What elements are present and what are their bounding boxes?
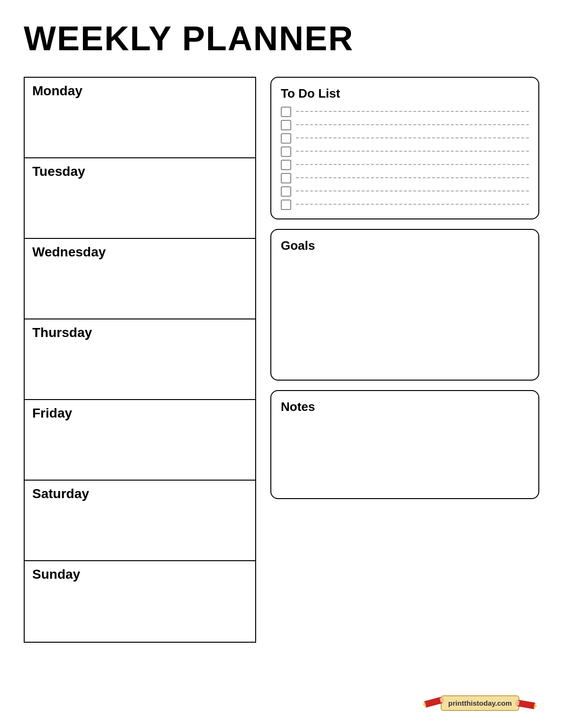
todo-checkbox-6[interactable] <box>281 173 291 183</box>
todo-line-1 <box>296 111 529 112</box>
todo-line-3 <box>296 137 529 138</box>
footer-badge: printthistoday.com <box>441 695 519 711</box>
todo-line-5 <box>296 164 529 165</box>
right-column: To Do List <box>270 77 539 499</box>
todo-item <box>281 200 529 210</box>
day-label-thursday: Thursday <box>32 325 92 340</box>
todo-title: To Do List <box>281 86 529 101</box>
main-layout: Monday Tuesday Wednesday Thursday Friday… <box>24 77 539 643</box>
todo-item <box>281 160 529 170</box>
todo-checkbox-3[interactable] <box>281 133 291 144</box>
todo-item <box>281 120 529 130</box>
todo-items <box>281 107 529 210</box>
todo-checkbox-5[interactable] <box>281 160 291 170</box>
todo-line-2 <box>296 124 529 125</box>
svg-rect-5 <box>515 700 520 705</box>
day-label-tuesday: Tuesday <box>32 164 85 179</box>
todo-line-8 <box>296 204 529 205</box>
todo-checkbox-1[interactable] <box>281 107 291 117</box>
day-label-wednesday: Wednesday <box>32 245 106 259</box>
svg-rect-3 <box>517 700 536 709</box>
todo-item <box>281 186 529 197</box>
day-saturday: Saturday <box>25 481 255 561</box>
todo-item <box>281 173 529 183</box>
day-friday: Friday <box>25 400 255 481</box>
goals-title: Goals <box>281 238 529 253</box>
todo-checkbox-2[interactable] <box>281 120 291 130</box>
todo-line-7 <box>296 191 529 191</box>
todo-checkbox-7[interactable] <box>281 186 291 197</box>
footer-area: printthistoday.com <box>418 695 542 711</box>
notes-title: Notes <box>281 400 529 414</box>
days-column: Monday Tuesday Wednesday Thursday Friday… <box>24 77 256 643</box>
todo-item <box>281 146 529 157</box>
day-label-sunday: Sunday <box>32 567 80 582</box>
page-title: Weekly Planner <box>24 19 539 58</box>
todo-line-6 <box>296 177 529 178</box>
todo-checkbox-4[interactable] <box>281 146 291 157</box>
day-wednesday: Wednesday <box>25 239 255 319</box>
todo-item <box>281 133 529 144</box>
day-monday: Monday <box>25 78 255 158</box>
notes-box: Notes <box>270 390 539 499</box>
day-thursday: Thursday <box>25 319 255 400</box>
todo-line-4 <box>296 151 529 152</box>
todo-checkbox-8[interactable] <box>281 200 291 210</box>
day-sunday: Sunday <box>25 561 255 642</box>
goals-box: Goals <box>270 229 539 381</box>
todo-box: To Do List <box>270 77 539 219</box>
day-label-saturday: Saturday <box>32 486 89 501</box>
day-tuesday: Tuesday <box>25 158 255 239</box>
todo-item <box>281 107 529 117</box>
day-label-friday: Friday <box>32 406 72 420</box>
day-label-monday: Monday <box>32 83 83 98</box>
